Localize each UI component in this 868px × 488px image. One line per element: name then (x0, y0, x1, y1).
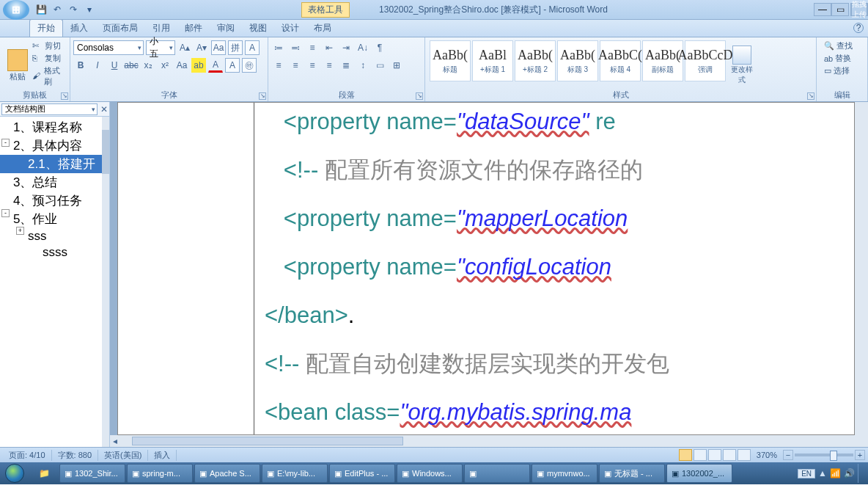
docmap-list[interactable]: 1、课程名称2、具体内容-2.1、搭建开3、总结4、预习任务5、作业-sss+s… (0, 117, 102, 447)
docmap-item[interactable]: 1、课程名称 (0, 118, 102, 136)
bold-button[interactable]: B (73, 58, 88, 73)
taskbar-item[interactable]: ▣spring-m... (127, 464, 193, 483)
print-layout-view-button[interactable] (679, 449, 692, 461)
style-item[interactable]: AaBbCcD强调 (685, 40, 726, 81)
zoom-in-button[interactable]: + (855, 450, 865, 460)
docmap-item[interactable]: 5、作业 (0, 210, 102, 228)
system-tray[interactable]: EN ▲ 📶 🔊 (793, 464, 868, 483)
ime-indicator[interactable]: EN (798, 469, 815, 478)
pinyin-button[interactable]: 拼 (228, 40, 243, 55)
shading-button[interactable]: ▭ (372, 58, 387, 73)
taskbar-item[interactable]: ▣Apache S... (194, 464, 260, 483)
start-button[interactable] (0, 462, 29, 484)
font-dialog-launcher[interactable]: ↘ (259, 92, 266, 100)
docmap-expand-icon[interactable]: + (16, 227, 24, 235)
outline-view-button[interactable] (723, 449, 736, 461)
clear-format-button[interactable]: Aa (211, 40, 226, 55)
distribute-button[interactable]: ≣ (339, 58, 353, 73)
status-language[interactable]: 英语(美国) (98, 450, 148, 461)
zoom-level[interactable]: 370% (752, 451, 781, 459)
align-center-button[interactable]: ≡ (288, 58, 303, 73)
office-button[interactable]: ⊞ (3, 0, 29, 20)
style-item[interactable]: AaBbC(标题 4 (600, 40, 641, 81)
align-right-button[interactable]: ≡ (305, 58, 320, 73)
grow-font-button[interactable]: A▴ (177, 40, 192, 55)
zoom-out-button[interactable]: − (783, 450, 793, 460)
clipboard-dialog-launcher[interactable]: ↘ (61, 92, 68, 100)
document-page[interactable]: <property name="dataSource" re <!-- 配置所有… (117, 102, 855, 435)
docmap-item[interactable]: 3、总结 (0, 173, 102, 192)
find-button[interactable]: 🔍查找 (824, 40, 860, 51)
styles-gallery[interactable]: AaBb(标题AaBl+标题 1AaBb(+标题 2AaBb(标题 3AaBbC… (428, 39, 727, 92)
change-styles-button[interactable]: 更改样式 (727, 39, 757, 92)
tab-设计[interactable]: 设计 (274, 20, 306, 37)
bullets-button[interactable]: ≔ (271, 40, 286, 55)
decrease-indent-button[interactable]: ⇤ (322, 40, 336, 55)
docmap-item[interactable]: 4、预习任务 (0, 192, 102, 210)
zoom-slider[interactable] (795, 454, 853, 456)
shrink-font-button[interactable]: A▾ (194, 40, 209, 55)
taskbar-item[interactable]: ▣1302002_... (666, 464, 732, 483)
styles-dialog-launcher[interactable]: ↘ (807, 92, 814, 100)
tab-视图[interactable]: 视图 (242, 20, 274, 37)
docmap-scrollbar[interactable] (102, 117, 109, 447)
line-spacing-button[interactable]: ↕ (356, 58, 370, 73)
select-button[interactable]: ▭选择 (824, 65, 860, 76)
tab-邮件[interactable]: 邮件 (177, 20, 210, 37)
multilevel-button[interactable]: ≡ (305, 40, 320, 55)
tray-flag-icon[interactable]: ▲ (818, 468, 827, 478)
sort-button[interactable]: A↓ (356, 40, 370, 55)
upload-pin[interactable]: 拖拽上传 (850, 3, 868, 16)
docmap-item[interactable]: 2.1、搭建开 (0, 155, 102, 173)
paste-button[interactable]: 粘贴 (3, 39, 32, 92)
font-name-combo[interactable]: Consolas (73, 40, 144, 55)
docmap-item[interactable]: sss (0, 228, 102, 244)
show-desktop-button[interactable] (858, 464, 864, 483)
vertical-scrollbar[interactable] (855, 102, 868, 435)
docmap-item[interactable]: ssss (0, 244, 102, 261)
taskbar-item[interactable]: ▣E:\my-lib... (262, 464, 328, 483)
tab-审阅[interactable]: 审阅 (210, 20, 242, 37)
pinned-explorer[interactable]: 📁 (29, 463, 59, 484)
char-border-button[interactable]: A (245, 40, 260, 55)
docmap-expand-icon[interactable]: - (1, 209, 10, 217)
style-item[interactable]: AaBb(标题 3 (557, 40, 598, 81)
copy-button[interactable]: ⎘复制 (32, 53, 67, 64)
tab-引用[interactable]: 引用 (145, 20, 177, 37)
taskbar-item[interactable]: ▣ (464, 464, 530, 483)
char-shading-button[interactable]: A (225, 58, 240, 73)
font-color-button[interactable]: A (208, 58, 223, 73)
style-item[interactable]: AaBb(标题 (430, 40, 471, 81)
format-painter-button[interactable]: 🖌格式刷 (32, 65, 67, 87)
paragraph-dialog-launcher[interactable]: ↘ (416, 92, 423, 100)
align-left-button[interactable]: ≡ (271, 58, 286, 73)
italic-button[interactable]: I (90, 58, 105, 73)
status-mode[interactable]: 插入 (148, 450, 177, 461)
superscript-button[interactable]: x² (158, 58, 172, 73)
subscript-button[interactable]: x₂ (141, 58, 155, 73)
numbering-button[interactable]: ≕ (288, 40, 303, 55)
taskbar-item[interactable]: ▣Windows... (397, 464, 463, 483)
replace-button[interactable]: ab替换 (824, 53, 860, 64)
web-view-button[interactable] (708, 449, 721, 461)
justify-button[interactable]: ≡ (322, 58, 336, 73)
highlight-button[interactable]: ab (191, 58, 206, 73)
underline-button[interactable]: U (107, 58, 122, 73)
undo-icon[interactable]: ↶ (51, 4, 63, 15)
fullscreen-view-button[interactable] (694, 449, 707, 461)
change-case-button[interactable]: Aa (174, 58, 189, 73)
taskbar-item[interactable]: ▣1302_Shir... (59, 464, 125, 483)
tab-插入[interactable]: 插入 (63, 20, 95, 37)
taskbar-item[interactable]: ▣EditPlus - ... (329, 464, 395, 483)
tab-页面布局[interactable]: 页面布局 (95, 20, 145, 37)
save-icon[interactable]: 💾 (35, 4, 47, 15)
borders-button[interactable]: ⊞ (389, 58, 404, 73)
tray-network-icon[interactable]: 📶 (830, 468, 841, 478)
minimize-button[interactable]: — (814, 3, 831, 16)
help-icon[interactable]: ? (853, 23, 864, 33)
redo-icon[interactable]: ↷ (67, 4, 79, 15)
tab-开始[interactable]: 开始 (29, 19, 63, 37)
status-page[interactable]: 页面: 4/10 (3, 450, 52, 461)
docmap-expand-icon[interactable]: - (1, 139, 10, 147)
status-words[interactable]: 字数: 880 (52, 450, 98, 461)
